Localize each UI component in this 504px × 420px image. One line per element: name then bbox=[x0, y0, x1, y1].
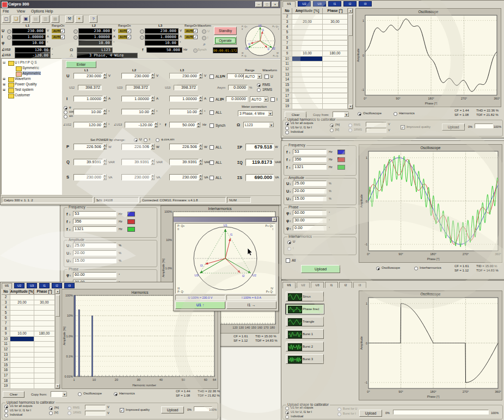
table-row-16-col-1[interactable] bbox=[10, 368, 34, 373]
table-row-9-col-2[interactable]: 180,00 bbox=[34, 331, 55, 337]
spinner-buttons[interactable]: ▲▼ bbox=[151, 159, 155, 165]
table-row-9-col-2[interactable]: 180,00 bbox=[323, 51, 348, 57]
table-row-14-col-2[interactable] bbox=[34, 357, 55, 363]
table-row-18-col-2[interactable] bbox=[34, 379, 55, 384]
table-scrollbar[interactable]: ▲▼ bbox=[55, 289, 60, 389]
angle-mode-1[interactable] bbox=[64, 110, 67, 114]
spinner-buttons[interactable]: ▲▼ bbox=[103, 73, 107, 79]
all-i-checkbox[interactable] bbox=[210, 97, 214, 102]
tree-expander[interactable]: ⊞ bbox=[3, 88, 5, 92]
menu-item-file[interactable]: File bbox=[3, 9, 9, 14]
table-row-7-col-0[interactable]: 7 bbox=[2, 321, 10, 326]
shape-button-burst-2[interactable]: Burst 2 bbox=[286, 342, 324, 351]
table-row-7-col-0[interactable]: 7 bbox=[282, 41, 292, 46]
tree-item-symmetric[interactable]: Symmetric bbox=[22, 66, 39, 70]
setpower-2[interactable] bbox=[156, 138, 159, 142]
table-row-2-col-0[interactable]: 2 bbox=[282, 14, 292, 20]
clear-button[interactable]: Clear bbox=[3, 391, 24, 398]
tree-expander[interactable]: ⊞ bbox=[3, 77, 5, 81]
table-row-15-col-2[interactable] bbox=[34, 363, 55, 368]
table-row-18-col-2[interactable] bbox=[323, 98, 348, 104]
channel-on-checkbox[interactable]: ✓ bbox=[127, 35, 131, 39]
table-row-11-col-0[interactable]: 11 bbox=[2, 342, 10, 347]
table-row-10-col-1[interactable] bbox=[292, 57, 323, 62]
tab-i3[interactable]: I3 bbox=[353, 282, 366, 288]
tab-u3[interactable]: U3 bbox=[311, 282, 324, 288]
table-row-16-col-0[interactable]: 16 bbox=[2, 368, 10, 373]
f2-field[interactable]: 356 bbox=[293, 157, 327, 162]
table-row-17-col-0[interactable]: 17 bbox=[2, 373, 10, 379]
l123-dropdown[interactable]: L123▼ bbox=[243, 122, 274, 128]
table-row-6-col-0[interactable]: 6 bbox=[282, 35, 292, 41]
spinner-buttons[interactable]: ▲▼ bbox=[151, 73, 155, 79]
spinner-buttons[interactable]: ▲▼ bbox=[199, 144, 202, 150]
ang12-field[interactable]: 120.00 bbox=[73, 122, 103, 128]
dropdown-arrow-icon[interactable]: ▼ bbox=[257, 74, 262, 79]
table-row-4-col-1[interactable] bbox=[10, 305, 34, 311]
burst-0[interactable] bbox=[337, 407, 341, 411]
table-row-6-col-0[interactable]: 6 bbox=[2, 316, 10, 321]
table-row-19-col-2[interactable] bbox=[323, 104, 348, 109]
table-row-10-col-0[interactable]: 10 bbox=[2, 337, 10, 342]
all-phi-checkbox[interactable] bbox=[210, 110, 214, 115]
table-row-18-col-1[interactable] bbox=[292, 98, 323, 104]
rms[interactable] bbox=[348, 123, 352, 127]
dropdown-arrow-icon[interactable]: ▼ bbox=[344, 112, 349, 117]
tab-i1[interactable]: I1 bbox=[325, 282, 338, 288]
table-row-19-col-2[interactable] bbox=[34, 384, 55, 389]
table-row-15-col-2[interactable] bbox=[323, 83, 348, 88]
table-scrollbar[interactable]: ▲▼ bbox=[348, 8, 353, 109]
table-row-18-col-0[interactable]: 18 bbox=[2, 379, 10, 384]
tab-u1[interactable]: U1 bbox=[2, 283, 12, 289]
table-row-2-col-2[interactable] bbox=[323, 14, 348, 20]
scrollbar-thumb[interactable] bbox=[56, 295, 60, 317]
field-U-3[interactable]: 230.000 bbox=[169, 73, 199, 79]
table-row-14-col-2[interactable] bbox=[323, 77, 348, 83]
table-row-19-col-1[interactable] bbox=[292, 104, 323, 109]
channel-on-checkbox[interactable]: ✓ bbox=[127, 29, 131, 33]
field-phi-1[interactable]: 10.00 bbox=[73, 109, 103, 115]
mode-1[interactable] bbox=[285, 411, 289, 415]
tab-u2[interactable]: U2 bbox=[14, 283, 24, 288]
dropdown-arrow-icon[interactable]: ▼ bbox=[263, 97, 268, 102]
meter-connection-dropdown[interactable]: 3 Phase, 4 Wire▼ bbox=[238, 110, 273, 116]
rms-radio[interactable] bbox=[257, 83, 261, 87]
table-row-8-col-0[interactable]: 8 bbox=[282, 46, 292, 51]
phi1-field[interactable]: 60.00 bbox=[73, 272, 116, 277]
table-row-18-col-1[interactable] bbox=[10, 379, 34, 384]
field-P-2[interactable]: 226.506 bbox=[121, 144, 151, 150]
top-view-harmonics[interactable] bbox=[394, 112, 397, 116]
menu-item-view[interactable]: View bbox=[17, 9, 25, 14]
f1-field[interactable]: 53 bbox=[73, 211, 116, 217]
table-row-8-col-1[interactable] bbox=[292, 46, 323, 51]
tree-item-power-quality[interactable]: Power Quality bbox=[15, 82, 36, 86]
all-s-checkbox[interactable] bbox=[210, 176, 214, 180]
angle-mode-0[interactable] bbox=[64, 106, 67, 110]
value-field-2[interactable] bbox=[366, 128, 386, 133]
standby-button[interactable]: Standby bbox=[214, 27, 237, 35]
table-row-6-col-1[interactable] bbox=[10, 316, 34, 321]
setpower-1[interactable] bbox=[144, 138, 147, 142]
table-row-10-col-2[interactable] bbox=[323, 57, 348, 62]
tree-root[interactable]: U I Ph f P Q S bbox=[15, 60, 37, 64]
spinner-buttons[interactable]: ▲▼ bbox=[151, 174, 155, 181]
table-row-12-col-0[interactable]: 12 bbox=[282, 67, 292, 72]
value-field-1[interactable] bbox=[366, 122, 386, 127]
table-row-12-col-1[interactable] bbox=[292, 67, 323, 72]
tab-i1[interactable]: I1 bbox=[328, 1, 341, 7]
f2-field[interactable]: 356 bbox=[73, 219, 116, 224]
menu-item-help[interactable]: Help bbox=[45, 9, 53, 14]
shape-button-phase-fired[interactable]: Phase fired bbox=[286, 304, 324, 314]
channel-on-checkbox[interactable]: ✓ bbox=[193, 29, 198, 33]
table-row-11-col-2[interactable] bbox=[34, 342, 55, 347]
mode-1[interactable] bbox=[4, 409, 8, 413]
menu-item-options[interactable]: Options bbox=[31, 9, 44, 14]
mode-0[interactable] bbox=[285, 406, 289, 410]
dropdown-arrow-icon[interactable]: ▼ bbox=[269, 122, 274, 127]
table-row-12-col-1[interactable] bbox=[10, 347, 34, 353]
copy-from-dropdown[interactable]: ▼ bbox=[51, 391, 67, 397]
open-folder-icon[interactable]: ❏ bbox=[12, 15, 20, 23]
table-row-14-col-1[interactable] bbox=[292, 77, 323, 83]
table-row-13-col-1[interactable] bbox=[292, 72, 323, 78]
view-oscilloscope[interactable] bbox=[376, 267, 380, 270]
